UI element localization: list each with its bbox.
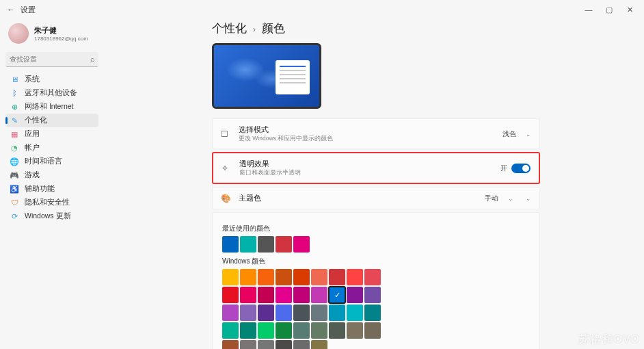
color-swatch[interactable]: [364, 269, 381, 285]
color-swatch[interactable]: [240, 305, 256, 321]
color-swatch[interactable]: [293, 236, 310, 253]
nav-label: 游戏: [25, 170, 40, 180]
color-swatch[interactable]: [276, 269, 292, 285]
color-swatch[interactable]: [258, 340, 274, 349]
color-swatch[interactable]: [258, 287, 274, 303]
color-swatch[interactable]: [364, 287, 381, 303]
sidebar-item-3[interactable]: ✎个性化: [5, 114, 98, 127]
transparency-toggle[interactable]: [511, 164, 531, 173]
color-swatch[interactable]: [276, 287, 292, 303]
color-swatch[interactable]: [258, 269, 274, 285]
color-swatch[interactable]: [347, 305, 363, 321]
user-email: 1780318962@qq.com: [34, 36, 88, 42]
color-swatch[interactable]: [293, 269, 310, 285]
sidebar-item-10[interactable]: ⟳Windows 更新: [5, 209, 98, 223]
recent-colors-label: 最近使用的颜色: [222, 224, 530, 233]
minimize-button[interactable]: —: [578, 5, 599, 14]
windows-colors-label: Windows 颜色: [222, 257, 530, 266]
search-box[interactable]: ⌕: [5, 52, 98, 67]
color-swatch[interactable]: [311, 269, 327, 285]
nav-label: 系统: [25, 75, 40, 84]
color-swatch[interactable]: [293, 305, 310, 321]
color-swatch[interactable]: [276, 322, 292, 339]
sidebar-item-2[interactable]: ⊕网络和 Internet: [5, 100, 98, 114]
color-swatch[interactable]: [276, 340, 292, 349]
sidebar-item-4[interactable]: ▦应用: [5, 127, 98, 141]
color-swatch[interactable]: [276, 305, 292, 321]
color-swatch[interactable]: [240, 322, 256, 339]
maximize-button[interactable]: ▢: [599, 5, 619, 14]
color-swatch[interactable]: [364, 305, 381, 321]
search-input[interactable]: [5, 52, 98, 67]
close-button[interactable]: ✕: [619, 5, 640, 14]
color-swatch[interactable]: [329, 287, 345, 303]
color-swatch[interactable]: [329, 305, 345, 321]
color-swatch[interactable]: [311, 322, 327, 339]
chevron-down-icon: ⌄: [508, 195, 513, 202]
nav-icon: ▦: [10, 130, 19, 139]
sidebar-item-0[interactable]: 🖥系统: [5, 73, 98, 86]
color-swatch[interactable]: [364, 322, 381, 339]
window-title: 设置: [21, 5, 36, 15]
color-swatch[interactable]: [240, 287, 256, 303]
color-swatch[interactable]: [293, 340, 310, 349]
breadcrumb: 个性化 › 颜色: [212, 21, 636, 36]
nav-label: Windows 更新: [25, 211, 71, 221]
color-swatch[interactable]: [311, 287, 327, 303]
setting-title: 选择模式: [239, 125, 496, 135]
avatar: [8, 23, 29, 44]
sidebar-item-7[interactable]: 🎮游戏: [5, 168, 98, 182]
color-swatch[interactable]: [222, 236, 239, 253]
color-swatch[interactable]: [311, 340, 327, 349]
color-swatch[interactable]: [347, 287, 363, 303]
color-swatch[interactable]: [329, 269, 345, 285]
mode-icon: ☐: [221, 129, 232, 139]
user-profile[interactable]: 朱子健 1780318962@qq.com: [5, 22, 98, 45]
setting-desc: 更改 Windows 和应用中显示的颜色: [239, 135, 496, 143]
color-swatch[interactable]: [222, 269, 239, 285]
nav-icon: 🖥: [10, 75, 19, 83]
setting-color-mode[interactable]: ☐ 选择模式 更改 Windows 和应用中显示的颜色 浅色⌄: [212, 118, 540, 149]
color-swatch[interactable]: [347, 269, 363, 285]
setting-transparency[interactable]: ✧ 透明效果 窗口和表面显示半透明 开: [212, 152, 540, 184]
palette-icon: 🎨: [221, 194, 232, 203]
color-swatch[interactable]: [258, 305, 274, 321]
chevron-right-icon: ›: [253, 24, 256, 34]
back-button[interactable]: ←: [4, 5, 18, 14]
color-swatch[interactable]: [258, 322, 274, 339]
accent-select[interactable]: 手动⌄: [485, 194, 513, 203]
color-swatch[interactable]: [329, 322, 345, 339]
setting-accent-color[interactable]: 🎨 主题色 手动⌄ ⌄: [212, 187, 540, 209]
user-name: 朱子健: [34, 25, 88, 36]
sidebar-item-9[interactable]: 🛡隐私和安全性: [5, 196, 98, 209]
sidebar-item-6[interactable]: 🌐时间和语言: [5, 155, 98, 168]
color-swatch[interactable]: [222, 287, 239, 303]
nav-label: 帐户: [25, 143, 40, 153]
color-swatch[interactable]: [258, 236, 274, 253]
color-swatch[interactable]: [311, 305, 327, 321]
nav-label: 时间和语言: [25, 157, 62, 166]
nav-label: 应用: [25, 129, 40, 139]
nav-icon: ⊕: [10, 103, 19, 112]
chevron-down-icon: ⌄: [526, 195, 531, 202]
color-swatch[interactable]: [222, 340, 239, 349]
color-swatch[interactable]: [240, 269, 256, 285]
color-swatch[interactable]: [222, 305, 239, 321]
color-swatch[interactable]: [276, 236, 292, 253]
mode-select[interactable]: 浅色⌄: [502, 129, 531, 139]
color-swatch[interactable]: [293, 287, 310, 303]
color-swatch[interactable]: [347, 322, 363, 339]
sparkle-icon: ✧: [222, 164, 232, 173]
sidebar-item-5[interactable]: ◔帐户: [5, 141, 98, 155]
toggle-label: 开: [500, 164, 507, 173]
nav-label: 蓝牙和其他设备: [25, 88, 77, 98]
color-swatch[interactable]: [293, 322, 310, 339]
breadcrumb-parent[interactable]: 个性化: [212, 22, 247, 35]
sidebar-item-8[interactable]: ♿辅助功能: [5, 182, 98, 196]
nav-icon: 🛡: [10, 198, 19, 207]
color-swatch[interactable]: [240, 236, 256, 253]
color-swatch[interactable]: [240, 340, 256, 349]
search-icon: ⌕: [90, 55, 95, 63]
sidebar-item-1[interactable]: ᛒ蓝牙和其他设备: [5, 86, 98, 100]
color-swatch[interactable]: [222, 322, 239, 339]
